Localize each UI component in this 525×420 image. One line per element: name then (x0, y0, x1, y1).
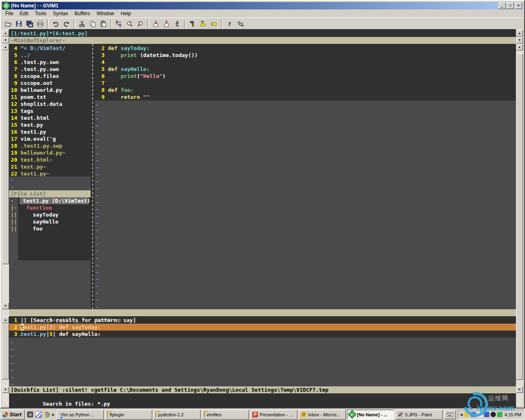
menu-item-buffers[interactable]: Buffers (71, 10, 94, 17)
scrollbar-thumb[interactable] (516, 54, 523, 380)
explorer-file-row[interactable]: 14test.html (9, 114, 91, 121)
media-player-icon[interactable]: ☠ (27, 411, 34, 418)
explorer-file-row[interactable]: 21test.py~ (9, 163, 91, 170)
save-icon[interactable] (14, 19, 24, 29)
taskbar-button[interactable]: PPresentation - ... (250, 410, 297, 420)
scrollbar-up-arrow[interactable]: ▲ (2, 317, 9, 323)
scrollbar-down-arrow[interactable]: ▼ (516, 386, 523, 393)
code-line[interactable]: 9 return "" (95, 94, 516, 100)
build-tags-icon[interactable] (199, 19, 208, 29)
tray-outlook-icon[interactable] (464, 412, 470, 417)
find-next-icon[interactable] (125, 19, 135, 29)
explorer-file-row[interactable]: 7.test.py.swo (9, 66, 91, 73)
tray-messenger-icon[interactable] (471, 412, 476, 417)
quickfix-window[interactable]: 1|| [Search results for pattern: say]2te… (9, 316, 516, 386)
taskbar-button[interactable]: pydiction-1.2 (153, 410, 201, 420)
redo-icon[interactable] (62, 19, 71, 29)
explorer-file-row[interactable]: 5../ (9, 52, 91, 59)
menu-item-help[interactable]: Help (117, 10, 134, 17)
code-editor-window[interactable]: 2def sayToday:3 print (datetime.today())… (95, 44, 516, 309)
quicklaunch-overflow-chevron[interactable]: » (52, 412, 55, 418)
language-bar-keyboard-icon[interactable] (444, 410, 456, 419)
minibufexplorer-buffer-line[interactable]: [1:test1.py]*[6:test.py] (9, 30, 516, 37)
taglist-tag-row[interactable]: |-function (9, 204, 91, 211)
tray-chevron[interactable]: « (460, 412, 463, 418)
taskbar-button[interactable]: 🖌3.JPG - Paint (395, 410, 443, 420)
find-help-icon[interactable]: ? (235, 19, 245, 29)
right-scrollbar[interactable]: ▲▼▲▼ (516, 29, 523, 406)
taglist-tag-row[interactable]: ||sayToday (9, 211, 91, 218)
taskbar-button[interactable]: Vim as Python ... (57, 410, 104, 420)
copy-icon[interactable] (88, 19, 98, 29)
explorer-file-row[interactable]: 6.test.py.swn (9, 59, 91, 66)
explorer-file-row[interactable]: 12shoplist.data (9, 100, 91, 107)
start-button[interactable]: Start (1, 410, 25, 420)
run-script-icon[interactable] (172, 19, 182, 29)
tray-status-green-icon[interactable] (497, 412, 502, 417)
taskbar-button[interactable]: ftplugin (105, 410, 152, 420)
taglist-file-row[interactable]: - test1.py (D:\VimTest) (9, 197, 91, 204)
explorer-file-row[interactable]: 8cscope.files (9, 73, 91, 80)
close-button[interactable]: × (515, 2, 522, 9)
quickfix-row[interactable]: 1|| [Search results for pattern: say] (9, 317, 516, 324)
explorer-file-row[interactable]: 18.test1.py.swp (9, 142, 91, 149)
scrollbar-down-arrow[interactable]: ▼ (2, 386, 9, 393)
scrollbar-up-arrow[interactable]: ▲ (516, 44, 523, 50)
scrollbar-down-arrow[interactable]: ▼ (2, 37, 9, 43)
print-icon[interactable] (35, 19, 45, 29)
explorer-file-row[interactable]: 4"= D:/VimTest/ (9, 45, 91, 52)
menu-item-edit[interactable]: Edit (16, 10, 32, 17)
explorer-file-row[interactable]: 15test.py (9, 121, 91, 128)
title-bar[interactable]: V [No Name] - - GVIM1 _ ❐ × (2, 2, 523, 9)
quickfix-row[interactable]: 3test1.py|5| def sayHello: (9, 331, 516, 338)
taskbar-button[interactable]: OInbox - Micros... (299, 410, 346, 420)
scrollbar-up-arrow[interactable]: ▲ (2, 44, 9, 50)
jump-tag-icon[interactable] (209, 19, 219, 29)
scrollbar-down-arrow[interactable]: ▼ (516, 37, 523, 43)
code-line[interactable]: 4 (95, 59, 516, 66)
undo-icon[interactable] (51, 19, 61, 29)
taskbar-button[interactable]: vimfiles (202, 410, 249, 420)
explorer-file-row[interactable]: 19helloworld.py~ (9, 149, 91, 156)
taglist-tag-row[interactable]: ||sayHello (9, 218, 91, 225)
explorer-file-row[interactable]: 9cscope.out (9, 80, 91, 87)
menu-item-tools[interactable]: Tools (32, 10, 50, 17)
code-line[interactable]: 6 print("Hello") (95, 73, 516, 80)
quickfix-row[interactable]: 2test1.py|2| def sayToday: (9, 324, 516, 331)
code-line[interactable]: 7 (95, 80, 516, 87)
tray-doc-icon[interactable] (477, 412, 483, 417)
taglist-tag-row[interactable]: ||foo (9, 225, 91, 232)
explorer-file-row[interactable]: 17vim.eval('g (9, 135, 91, 142)
code-line[interactable]: 5def sayHello: (95, 66, 516, 73)
open-icon[interactable] (3, 19, 13, 29)
restore-button[interactable]: ❐ (507, 2, 514, 9)
tray-clock[interactable]: 4:15 PM (504, 412, 521, 417)
scrollbar-thumb[interactable] (2, 324, 9, 379)
paste-icon[interactable] (98, 19, 108, 29)
taglist-window[interactable]: - test1.py (D:\VimTest)|-function||sayTo… (9, 197, 91, 309)
save-session-icon[interactable] (162, 19, 171, 29)
scrollbar-thumb[interactable] (2, 51, 9, 264)
chrome-icon[interactable] (43, 411, 50, 418)
left-scrollbar[interactable]: ▲▼▲▼▲▼ (2, 29, 9, 406)
code-line[interactable]: 2def sayToday: (95, 45, 516, 52)
find-prev-icon[interactable] (135, 19, 145, 29)
explorer-file-row[interactable]: 13tags (9, 107, 91, 114)
explorer-file-row[interactable]: 10helloworld.py (9, 87, 91, 94)
minimize-button[interactable]: _ (498, 2, 506, 9)
menu-item-file[interactable]: File (2, 10, 16, 17)
tray-qq-icon[interactable] (491, 412, 496, 417)
find-replace-icon[interactable]: AB (114, 19, 124, 29)
explorer-file-row[interactable]: 20test.html~ (9, 156, 91, 163)
explorer-file-row[interactable]: 11poem.txt (9, 94, 91, 100)
code-line[interactable]: 8def foo: (95, 87, 516, 94)
menu-item-syntax[interactable]: Syntax (50, 10, 71, 17)
scrollbar-up-arrow[interactable]: ▲ (516, 30, 523, 37)
scrollbar-up-arrow[interactable]: ▲ (2, 30, 9, 37)
taskbar-button[interactable]: V[No Name] - ... (347, 410, 394, 420)
load-session-icon[interactable] (151, 19, 161, 29)
vertical-split-separator[interactable] (91, 44, 95, 309)
code-line[interactable]: 3 print (datetime.today()) (95, 52, 516, 59)
command-line-area[interactable]: Search in files: *.py (9, 393, 516, 408)
save-all-icon[interactable] (25, 19, 34, 29)
